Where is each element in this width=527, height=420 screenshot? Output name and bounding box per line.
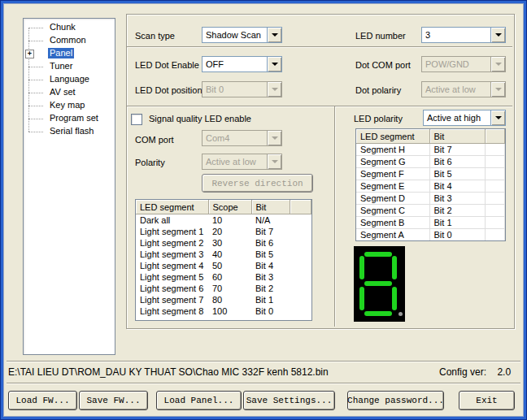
table-row[interactable]: Light segment 780Bit 1 [136,294,311,305]
table-row[interactable]: Dark all10N/A [136,214,311,227]
cell-bit: Bit 1 [251,294,290,305]
dot-com-port-value: POW/GND [422,57,490,71]
table-header-row: LED segment Bit [356,129,505,144]
segment-g [364,281,392,286]
section-divider [127,106,512,107]
scan-type-value: Shadow Scan [203,28,267,42]
expand-icon[interactable]: + [25,50,34,58]
table-row[interactable]: Segment DBit 3 [356,193,505,205]
tree-connector [28,41,43,41]
table-row[interactable]: Segment BBit 1 [356,217,505,229]
cell-scope: 30 [208,237,251,249]
tree-connector [28,132,43,132]
led-number-label: LED number [355,31,406,41]
table-row[interactable]: Segment GBit 6 [356,156,505,168]
cell-bit: Bit 3 [251,271,290,283]
panel-config-window: + Chunk Common Panel Tuner Language AV s… [0,0,527,420]
cell-bit: Bit 2 [251,283,290,294]
scan-type-select[interactable]: Shadow Scan [202,27,282,43]
tree-item-av-set[interactable]: AV set [48,87,77,97]
table-header-row: LED segment Scope Bit [136,200,311,214]
cell-segment: Light segment 2 [136,237,208,249]
segment-a [364,252,392,257]
cell-segment: Segment B [356,217,429,229]
save-fw-button[interactable]: Save FW... [79,391,148,410]
dot-com-port-select: POW/GND [421,56,506,72]
dropdown-arrow-icon[interactable] [490,110,505,125]
cell-bit: Bit 0 [429,229,485,241]
led-polarity-select[interactable]: Active at high [423,110,506,126]
load-panel-button[interactable]: Load Panel... [156,391,242,410]
cell-scope: 40 [208,249,251,260]
led-polarity-label: LED polarity [354,114,403,124]
table-row[interactable]: Light segment 230Bit 6 [136,237,311,249]
tree-connector [28,80,43,80]
footer-divider [7,361,520,362]
table-row[interactable]: Segment ABit 0 [356,229,505,241]
signal-quality-checkbox[interactable] [131,114,142,125]
cell-bit: Bit 4 [429,180,485,193]
tree-item-panel[interactable]: Panel [48,48,74,58]
load-fw-button[interactable]: Load FW... [8,391,77,410]
tree-connector [28,28,43,28]
com-port-label: COM port [135,135,174,145]
dropdown-arrow-icon [267,131,281,145]
table-row[interactable]: Segment EBit 4 [356,180,505,193]
cell-segment: Segment G [356,156,429,168]
segment-e [359,287,364,310]
save-settings-button[interactable]: Save Settings... [243,391,335,410]
dropdown-arrow-icon[interactable] [267,57,281,71]
column-header: LED segment [136,200,208,214]
dropdown-arrow-icon[interactable] [490,28,505,42]
tree-item-chunk[interactable]: Chunk [48,22,77,32]
column-header [485,129,505,144]
cell-bit: Bit 5 [251,249,290,260]
firmware-path: E:\TAI LIEU DT\ROM_DAU KY THUAT SO\Chao … [8,366,329,378]
exit-button[interactable]: Exit [459,391,515,410]
segment-c [392,287,397,310]
segment-d [364,311,392,316]
tree-item-key-map[interactable]: Key map [48,100,86,110]
cell-bit: Bit 7 [429,144,485,156]
table-row[interactable]: Segment CBit 2 [356,205,505,217]
dot-polarity-value: Active at low [422,82,490,97]
cell-scope: 20 [208,226,251,237]
dot-com-port-label: Dot COM port [355,60,411,71]
cell-segment: Dark all [136,214,208,227]
cell-segment: Light segment 8 [136,305,208,317]
cell-segment: Light segment 3 [136,249,208,260]
table-row[interactable]: Light segment 340Bit 5 [136,249,311,260]
cell-segment: Light segment 6 [136,283,208,294]
polarity-value: Active at low [203,154,267,169]
tree-item-language[interactable]: Language [48,74,91,84]
tree-item-tuner[interactable]: Tuner [48,61,74,71]
cell-segment: Segment D [356,193,429,205]
tree-connector [28,106,43,106]
table-row[interactable]: Light segment 670Bit 2 [136,283,311,294]
dropdown-arrow-icon [490,82,505,97]
cell-bit: Bit 7 [251,226,290,237]
table-row[interactable]: Light segment 8100Bit 0 [136,305,311,317]
table-row[interactable]: Light segment 450Bit 4 [136,260,311,271]
table-row[interactable]: Segment HBit 7 [356,144,505,156]
cell-bit: Bit 2 [429,205,485,217]
led-dot-enable-select[interactable]: OFF [202,56,282,72]
tree-item-common[interactable]: Common [48,35,88,45]
cell-segment: Segment C [356,205,429,217]
cell-segment: Segment E [356,180,429,193]
reverse-direction-button: Reverse direction [202,174,313,193]
tree-connector [28,93,43,93]
change-password-button[interactable]: Change password... [347,391,444,410]
led-number-value: 3 [422,28,490,42]
table-row[interactable]: Light segment 120Bit 7 [136,226,311,237]
table-row[interactable]: Segment FBit 5 [356,168,505,180]
tree-item-serial-flash[interactable]: Serial flash [48,126,95,136]
cell-scope: 50 [208,260,251,271]
tree-item-program-set[interactable]: Program set [48,113,100,123]
dot-polarity-label: Dot polariry [355,85,401,96]
cell-scope: 80 [208,294,251,305]
dropdown-arrow-icon[interactable] [267,28,281,42]
table-row[interactable]: Light segment 560Bit 3 [136,271,311,283]
cell-bit: Bit 5 [429,168,485,180]
led-number-select[interactable]: 3 [421,27,506,43]
